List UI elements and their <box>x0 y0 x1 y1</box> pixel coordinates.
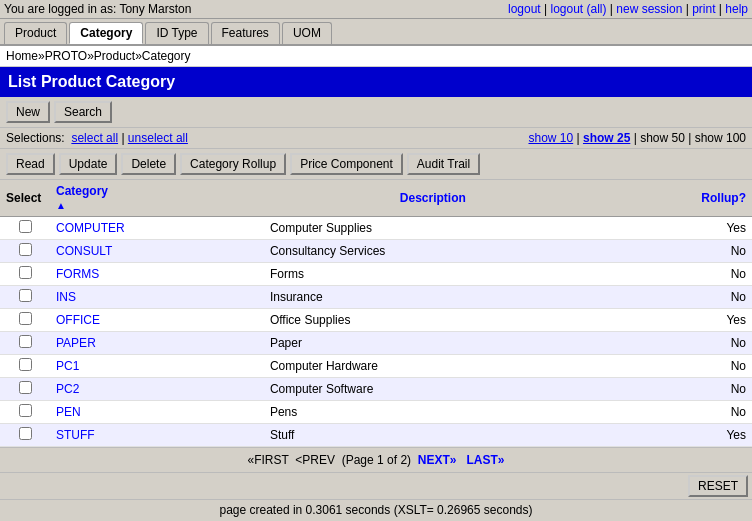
cell-rollup: Yes <box>602 217 752 240</box>
show25-link[interactable]: show 25 <box>583 131 630 145</box>
category-link[interactable]: OFFICE <box>56 313 100 327</box>
category-link[interactable]: CONSULT <box>56 244 112 258</box>
selections-label: Selections: select all | unselect all <box>6 131 188 145</box>
cell-category: PAPER <box>50 332 264 355</box>
category-link[interactable]: STUFF <box>56 428 95 442</box>
category-sort-link[interactable]: Category▲ <box>56 184 108 212</box>
last-link[interactable]: LAST» <box>466 453 504 467</box>
cell-category: INS <box>50 286 264 309</box>
row-checkbox[interactable] <box>19 335 32 348</box>
tab-bar: Product Category ID Type Features UOM <box>0 19 752 46</box>
row-checkbox[interactable] <box>19 243 32 256</box>
breadcrumb: Home»PROTO»Product»Category <box>0 46 752 67</box>
action-bar: Read Update Delete Category Rollup Price… <box>0 149 752 180</box>
cell-rollup: No <box>602 240 752 263</box>
table-row: INSInsuranceNo <box>0 286 752 309</box>
show50-text: show 50 <box>640 131 685 145</box>
row-checkbox[interactable] <box>19 427 32 440</box>
category-link[interactable]: COMPUTER <box>56 221 125 235</box>
logout-link[interactable]: logout <box>508 2 541 16</box>
table-row: PENPensNo <box>0 401 752 424</box>
tab-product[interactable]: Product <box>4 22 67 44</box>
cell-description: Computer Software <box>264 378 602 401</box>
show-options: show 10 | show 25 | show 50 | show 100 <box>528 131 746 145</box>
print-link[interactable]: print <box>692 2 715 16</box>
cell-category: CONSULT <box>50 240 264 263</box>
new-session-link[interactable]: new session <box>616 2 682 16</box>
show100-text: show 100 <box>695 131 746 145</box>
category-link[interactable]: PEN <box>56 405 81 419</box>
page-title: List Product Category <box>0 67 752 97</box>
cell-description: Computer Supplies <box>264 217 602 240</box>
tab-idtype[interactable]: ID Type <box>145 22 208 44</box>
new-button[interactable]: New <box>6 101 50 123</box>
footer-bar: RESET <box>0 472 752 499</box>
description-sort-link[interactable]: Description <box>400 191 466 205</box>
cell-description: Computer Hardware <box>264 355 602 378</box>
table-row: CONSULTConsultancy ServicesNo <box>0 240 752 263</box>
cell-rollup: Yes <box>602 309 752 332</box>
audit-trail-button[interactable]: Audit Trail <box>407 153 480 175</box>
data-table-container: Select Category▲ Description Rollup? COM… <box>0 180 752 447</box>
prev-text: <PREV <box>295 453 335 467</box>
category-link[interactable]: PC2 <box>56 382 79 396</box>
tab-uom[interactable]: UOM <box>282 22 332 44</box>
read-button[interactable]: Read <box>6 153 55 175</box>
cell-description: Insurance <box>264 286 602 309</box>
row-checkbox[interactable] <box>19 220 32 233</box>
help-link[interactable]: help <box>725 2 748 16</box>
col-header-rollup: Rollup? <box>602 180 752 217</box>
tab-category[interactable]: Category <box>69 22 143 44</box>
cell-category: PC2 <box>50 378 264 401</box>
row-checkbox[interactable] <box>19 312 32 325</box>
next-link[interactable]: NEXT» <box>418 453 457 467</box>
cell-rollup: No <box>602 378 752 401</box>
unselect-all-link[interactable]: unselect all <box>128 131 188 145</box>
top-links: logout | logout (all) | new session | pr… <box>508 2 748 16</box>
category-rollup-button[interactable]: Category Rollup <box>180 153 286 175</box>
row-checkbox[interactable] <box>19 358 32 371</box>
cell-rollup: No <box>602 355 752 378</box>
selections-bar: Selections: select all | unselect all sh… <box>0 128 752 149</box>
col-header-category: Category▲ <box>50 180 264 217</box>
data-table: Select Category▲ Description Rollup? COM… <box>0 180 752 447</box>
table-row: OFFICEOffice SuppliesYes <box>0 309 752 332</box>
select-all-link[interactable]: select all <box>71 131 118 145</box>
status-bar: page created in 0.3061 seconds (XSLT= 0.… <box>0 499 752 520</box>
cell-description: Paper <box>264 332 602 355</box>
table-row: PAPERPaperNo <box>0 332 752 355</box>
price-component-button[interactable]: Price Component <box>290 153 403 175</box>
search-button[interactable]: Search <box>54 101 112 123</box>
cell-description: Pens <box>264 401 602 424</box>
category-link[interactable]: INS <box>56 290 76 304</box>
col-header-select: Select <box>0 180 50 217</box>
delete-button[interactable]: Delete <box>121 153 176 175</box>
user-info: You are logged in as: Tony Marston <box>4 2 191 16</box>
cell-description: Forms <box>264 263 602 286</box>
category-link[interactable]: FORMS <box>56 267 99 281</box>
category-link[interactable]: PC1 <box>56 359 79 373</box>
table-row: COMPUTERComputer SuppliesYes <box>0 217 752 240</box>
cell-rollup: Yes <box>602 424 752 447</box>
cell-rollup: No <box>602 286 752 309</box>
tab-features[interactable]: Features <box>211 22 280 44</box>
cell-category: PEN <box>50 401 264 424</box>
cell-category: COMPUTER <box>50 217 264 240</box>
cell-rollup: No <box>602 263 752 286</box>
cell-description: Consultancy Services <box>264 240 602 263</box>
logout-all-link[interactable]: logout (all) <box>551 2 607 16</box>
table-row: PC2Computer SoftwareNo <box>0 378 752 401</box>
rollup-sort-link[interactable]: Rollup? <box>701 191 746 205</box>
category-link[interactable]: PAPER <box>56 336 96 350</box>
reset-button[interactable]: RESET <box>688 475 748 497</box>
page-info: (Page 1 of 2) <box>342 453 411 467</box>
show10-link[interactable]: show 10 <box>528 131 573 145</box>
row-checkbox[interactable] <box>19 289 32 302</box>
row-checkbox[interactable] <box>19 381 32 394</box>
cell-category: OFFICE <box>50 309 264 332</box>
update-button[interactable]: Update <box>59 153 118 175</box>
cell-rollup: No <box>602 401 752 424</box>
top-bar: You are logged in as: Tony Marston logou… <box>0 0 752 19</box>
row-checkbox[interactable] <box>19 404 32 417</box>
row-checkbox[interactable] <box>19 266 32 279</box>
